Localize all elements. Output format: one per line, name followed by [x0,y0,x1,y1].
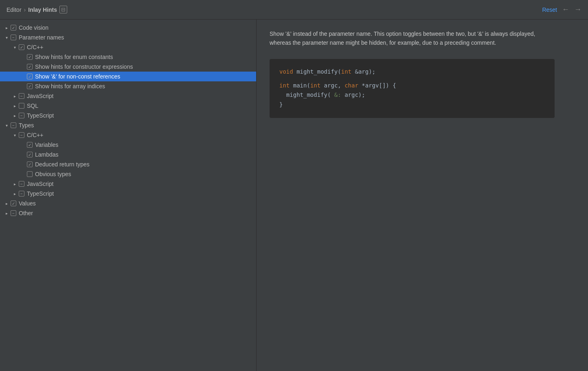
label-show-enum: Show hints for enum constants [35,54,113,60]
checkbox-javascript-types[interactable] [19,181,24,187]
breadcrumb-editor: Editor [7,7,22,13]
code-line-4: might_modify( &: argc); [279,90,545,100]
breadcrumb: Editor › Inlay Hints ⊟ [7,6,542,13]
label-cpp-types: C/C++ [27,132,43,138]
checkbox-cpp-types[interactable] [19,132,24,138]
tree-item-typescript-param[interactable]: TypeScript [0,111,256,120]
checkbox-lambdas[interactable] [27,152,33,157]
tree-item-show-ampersand[interactable]: Show '&' for non-const references [0,72,256,81]
label-show-ampersand: Show '&' for non-const references [35,73,120,80]
toggle-types[interactable] [3,122,10,129]
code-line-5: } [279,100,545,110]
tree-item-parameter-names[interactable]: Parameter names [0,33,256,42]
checkbox-parameter-names[interactable] [11,35,16,40]
checkbox-show-array[interactable] [27,83,33,89]
tree-item-show-constructor[interactable]: Show hints for constructor expressions [0,62,256,72]
code-line-1: void might_modify(int &arg); [279,67,545,77]
tree-item-obvious-types[interactable]: Obvious types [0,169,256,179]
tree-item-typescript-types[interactable]: TypeScript [0,189,256,199]
label-sql-param: SQL [27,103,38,109]
checkbox-show-constructor[interactable] [27,64,33,70]
toggle-cpp-types[interactable] [11,132,18,138]
reset-button[interactable]: Reset [542,7,557,13]
tree-item-cpp-param[interactable]: C/C++ [0,42,256,52]
main-content: Code visionParameter namesC/C++Show hint… [0,20,588,371]
label-values: Values [19,200,36,207]
tree-item-code-vision[interactable]: Code vision [0,23,256,33]
nav-back-button[interactable]: ← [562,5,569,14]
checkbox-values[interactable] [11,201,16,206]
checkbox-sql-param[interactable] [19,103,24,109]
tree-item-lambdas[interactable]: Lambdas [0,150,256,159]
label-types: Types [19,122,34,129]
checkbox-cpp-param[interactable] [19,44,24,50]
nav-forward-button[interactable]: → [574,5,581,14]
breadcrumb-separator: › [24,7,26,13]
tree-panel: Code visionParameter namesC/C++Show hint… [0,20,257,371]
checkbox-obvious-types[interactable] [27,171,33,177]
label-typescript-param: TypeScript [27,112,54,119]
tree-item-types[interactable]: Types [0,120,256,130]
breadcrumb-inlay-hints: Inlay Hints [28,7,57,13]
label-other: Other [19,210,33,216]
label-cpp-param: C/C++ [27,44,43,50]
checkbox-show-enum[interactable] [27,54,33,60]
tree-item-javascript-types[interactable]: JavaScript [0,179,256,189]
tree-item-sql-param[interactable]: SQL [0,101,256,111]
checkbox-code-vision[interactable] [11,25,16,31]
checkbox-variables[interactable] [27,142,33,148]
label-obvious-types: Obvious types [35,171,71,177]
checkbox-typescript-types[interactable] [19,191,24,196]
label-deduced-return: Deduced return types [35,161,90,168]
toggle-javascript-types[interactable] [11,181,18,187]
toggle-code-vision[interactable] [3,24,10,31]
tree-item-variables[interactable]: Variables [0,140,256,150]
label-parameter-names: Parameter names [19,34,64,41]
code-line-3: int main(int argc, char *argv[]) { [279,81,545,91]
toggle-other[interactable] [3,210,10,216]
checkbox-other[interactable] [11,210,16,216]
checkbox-typescript-param[interactable] [19,113,24,118]
tree-item-show-enum[interactable]: Show hints for enum constants [0,52,256,62]
label-javascript-types: JavaScript [27,181,53,187]
toggle-sql-param[interactable] [11,103,18,109]
tree-item-javascript-param[interactable]: JavaScript [0,91,256,101]
tree-item-show-array[interactable]: Show hints for array indices [0,81,256,91]
checkbox-javascript-param[interactable] [19,93,24,99]
toggle-typescript-param[interactable] [11,112,18,119]
tree-item-cpp-types[interactable]: C/C++ [0,130,256,140]
header-actions: Reset ← → [542,5,581,14]
label-show-array: Show hints for array indices [35,83,105,89]
label-javascript-param: JavaScript [27,93,53,99]
toggle-javascript-param[interactable] [11,93,18,99]
settings-icon[interactable]: ⊟ [59,6,67,13]
label-lambdas: Lambdas [35,151,59,158]
detail-panel: Show '&' instead of the parameter name. … [257,20,588,371]
detail-description: Show '&' instead of the parameter name. … [270,29,546,48]
code-preview: void might_modify(int &arg); int main(in… [270,59,555,118]
tree-item-values[interactable]: Values [0,199,256,208]
checkbox-deduced-return[interactable] [27,161,33,167]
toggle-cpp-param[interactable] [11,44,18,50]
toggle-parameter-names[interactable] [3,34,10,41]
label-code-vision: Code vision [19,24,48,31]
checkbox-types[interactable] [11,122,16,128]
tree-item-deduced-return[interactable]: Deduced return types [0,159,256,169]
toggle-values[interactable] [3,200,10,207]
label-typescript-types: TypeScript [27,190,54,197]
checkbox-show-ampersand[interactable] [27,74,33,79]
label-show-constructor: Show hints for constructor expressions [35,63,133,70]
code-empty-line [279,77,545,81]
label-variables: Variables [35,142,58,148]
tree-item-other[interactable]: Other [0,208,256,218]
header: Editor › Inlay Hints ⊟ Reset ← → [0,0,588,20]
toggle-typescript-types[interactable] [11,190,18,197]
